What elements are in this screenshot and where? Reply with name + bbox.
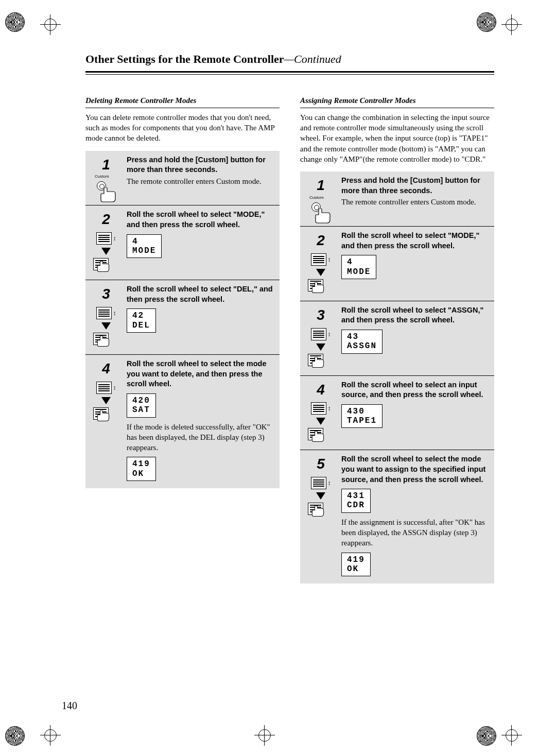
step-number: 3 [317,305,325,325]
arrow-down-icon [316,492,325,500]
left-step-2: 2 ↕ Roll the scroll wheel to select "MOD… [85,205,280,280]
step-number: 1 [102,155,110,175]
step-number: 4 [102,359,110,379]
arrow-down-icon [101,322,111,330]
scroll-wheel-icon: ↕ [93,382,119,429]
step-detail: If the assignment is successful, after "… [341,517,491,548]
step-number: 1 [317,176,325,195]
right-intro-text: You can change the combination in select… [300,112,494,164]
scroll-wheel-icon: ↕ [308,253,334,301]
lcd-display: 430 TAPE1 [341,404,383,428]
scroll-wheel-press-icon [308,503,334,524]
page-title-continued: —Continued [284,53,341,65]
subtitle-rule [300,108,494,108]
arrow-down-icon [316,418,325,425]
lcd-display: 420 SAT [127,393,156,418]
left-column: Deleting Remote Controller Modes You can… [85,95,280,584]
step-instruction: Press and hold the [Custom] button for m… [127,155,276,175]
lcd-display: 431 CDR [341,489,371,513]
subtitle-rule [85,108,280,108]
scroll-wheel-icon: ↕ [308,328,334,375]
left-subtitle: Deleting Remote Controller Modes [85,95,280,106]
print-disk-icon [5,12,25,32]
step-detail: The remote controller enters Custom mode… [127,176,276,186]
registration-mark-icon [40,725,61,746]
registration-mark-icon [254,725,275,746]
step-detail: If the mode is deleted successfully, aft… [127,422,276,453]
right-steps-box: 1 Custom Press and hold the [Custom] but… [300,171,494,583]
lcd-display: 43 ASSGN [341,330,383,354]
step-number: 4 [317,380,325,400]
two-column-layout: Deleting Remote Controller Modes You can… [85,95,494,584]
page-title-main: Other Settings for the Remote Controller [85,53,284,65]
scroll-wheel-press-icon [93,333,119,354]
right-step-5: 5 ↕ Roll the scroll wheel to select the … [300,450,494,583]
scroll-wheel-press-icon [308,428,334,450]
step-instruction: Press and hold the [Custom] button for m… [341,176,491,196]
print-disk-icon [5,726,25,746]
page-title: Other Settings for the Remote Controller… [85,51,494,67]
step-instruction: Roll the scroll wheel to select "MODE," … [127,210,276,230]
scroll-wheel-icon: ↕ [308,477,334,524]
right-column: Assigning Remote Controller Modes You ca… [300,95,494,584]
scroll-wheel-press-icon [308,354,334,375]
custom-button-press-icon: Custom [93,174,119,205]
scroll-wheel-press-icon [93,258,119,280]
step-number: 5 [317,454,325,474]
step-instruction: Roll the scroll wheel to select the mode… [341,454,491,485]
right-step-1: 1 Custom Press and hold the [Custom] but… [300,171,494,227]
right-step-4: 4 ↕ Roll the scroll wheel to select an i… [300,376,494,451]
custom-button-press-icon: Custom [307,195,334,226]
step-instruction: Roll the scroll wheel to select "MODE," … [341,231,491,251]
registration-mark-icon [501,725,522,746]
left-step-3: 3 ↕ Roll the scroll wheel to select "DEL… [85,280,280,355]
step-instruction: Roll the scroll wheel to select an input… [341,380,491,400]
scroll-wheel-press-icon [93,407,119,429]
registration-mark-icon [40,14,61,35]
left-intro-text: You can delete remote controller modes t… [85,112,280,144]
left-step-4: 4 ↕ Roll the scroll wheel to select the … [85,355,280,488]
print-disk-icon [477,726,496,746]
right-step-2: 2 ↕ Roll the scroll wheel to select "MOD… [300,227,494,301]
step-instruction: Roll the scroll wheel to select the mode… [127,359,276,389]
arrow-down-icon [101,248,111,255]
arrow-down-icon [316,269,325,276]
lcd-display: 419 OK [341,553,371,577]
step-instruction: Roll the scroll wheel to select "DEL," a… [127,284,276,304]
step-instruction: Roll the scroll wheel to select "ASSGN,"… [341,305,491,325]
arrow-down-icon [316,343,325,351]
scroll-wheel-icon: ↕ [93,232,119,280]
lcd-display: 4 MODE [127,234,162,259]
right-step-3: 3 ↕ Roll the scroll wheel to select "ASS… [300,301,494,376]
lcd-display: 419 OK [127,457,156,481]
right-subtitle: Assigning Remote Controller Modes [300,95,494,106]
scroll-wheel-icon: ↕ [308,402,334,450]
step-number: 2 [102,210,110,229]
step-number: 3 [102,284,110,304]
scroll-wheel-icon: ↕ [93,307,119,354]
step-detail: The remote controller enters Custom mode… [341,197,491,207]
arrow-down-icon [101,397,111,404]
page-number: 140 [62,699,77,713]
scroll-wheel-press-icon [308,279,334,301]
left-steps-box: 1 Custom Press and hold the [Custom] but… [85,151,280,488]
header-rule-thin [85,74,494,75]
print-disk-icon [477,12,496,32]
registration-mark-icon [501,14,522,35]
lcd-display: 4 MODE [341,255,376,279]
step-number: 2 [317,231,325,250]
header-rule-thick [85,71,494,73]
left-step-1: 1 Custom Press and hold the [Custom] but… [85,151,280,206]
lcd-display: 42 DEL [127,308,156,333]
